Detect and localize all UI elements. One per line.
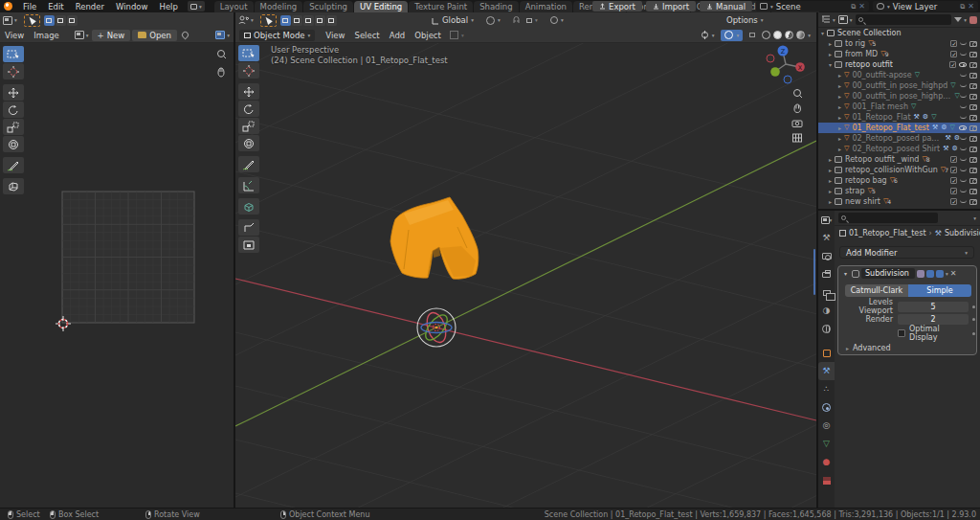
open-image-button[interactable]: Open <box>132 30 177 41</box>
outliner-row-posed-pants[interactable]: ▸▽ 02_Retopo_posed pants ⚒⚙ <box>818 133 980 144</box>
image-browse-button[interactable]: ▾ <box>72 31 92 39</box>
shading-wireframe-button[interactable] <box>762 31 770 39</box>
object-name[interactable]: 02_Retopo_posed Shirt <box>852 145 940 153</box>
new-layer-icon[interactable]: ⧉ <box>960 3 965 11</box>
camera-icon[interactable] <box>969 115 977 121</box>
vp-menu-object[interactable]: Object <box>410 31 446 40</box>
eye-closed-icon[interactable] <box>960 72 967 77</box>
checkbox-icon[interactable] <box>950 188 957 194</box>
vp-tool-annotate[interactable] <box>238 156 259 172</box>
uv-select-mode-face[interactable] <box>67 15 78 26</box>
collection-name[interactable]: retopo_collisionWithGun <box>845 166 938 174</box>
collection-name[interactable]: from MD <box>845 50 878 58</box>
tab-modeling[interactable]: Modeling <box>255 1 303 12</box>
outliner-row-posed-shirt[interactable]: ▸▽ 02_Retopo_posed Shirt ⚒⚙ <box>818 144 980 154</box>
camera-icon[interactable] <box>969 73 977 79</box>
eye-closed-icon[interactable] <box>960 156 967 161</box>
expand-icon[interactable]: ▸ <box>835 124 844 131</box>
camera-icon[interactable] <box>969 147 977 152</box>
outliner-row-flat-mesh[interactable]: ▸▽ 001_Flat mesh ▽ <box>818 102 980 112</box>
tab-tool[interactable]: ⚒ <box>818 229 835 247</box>
expand-icon[interactable]: ▸ <box>835 103 844 110</box>
uv-tool-transform[interactable] <box>3 136 24 152</box>
vp-tool-inset[interactable] <box>238 237 259 253</box>
expand-icon[interactable]: ▸ <box>826 40 835 47</box>
expand-icon[interactable]: ▸ <box>835 82 844 89</box>
scene-selector[interactable]: ▾ Scene ⧉✕ <box>756 1 869 11</box>
vp-menu-select[interactable]: Select <box>349 31 384 40</box>
uv-tool-rotate[interactable] <box>3 102 24 118</box>
select-mode-set[interactable] <box>280 15 291 26</box>
realtime-display-toggle[interactable] <box>926 270 934 278</box>
advanced-section-row[interactable]: ▸ Advanced <box>838 342 978 353</box>
eye-closed-icon[interactable] <box>960 167 967 171</box>
eye-closed-icon[interactable] <box>960 198 967 203</box>
checkbox-icon[interactable] <box>950 198 957 205</box>
axis-y-handle[interactable] <box>770 67 780 77</box>
tab-object-data[interactable]: ▽ <box>818 435 835 453</box>
uv-editor-type-button[interactable]: ▾ <box>0 16 20 25</box>
camera-view-icon[interactable] <box>792 121 802 127</box>
levels-viewport-field[interactable]: 5 <box>898 302 969 312</box>
select-mode-subtract[interactable] <box>303 15 314 26</box>
collection-name[interactable]: strap <box>845 187 865 195</box>
tab-layout[interactable]: Layout <box>214 1 254 12</box>
expand-icon[interactable]: ▸ <box>835 93 844 100</box>
eye-open-icon[interactable] <box>959 125 967 130</box>
expand-icon[interactable]: ▸ <box>826 167 835 173</box>
view-layer-selector[interactable]: ▾ View Layer ⧉✕ <box>873 1 978 11</box>
animate-dot-icon[interactable] <box>972 332 975 335</box>
pivot-point-button[interactable]: ▾ <box>482 14 504 26</box>
checkbox-icon[interactable] <box>950 51 957 57</box>
outliner-row-from-md[interactable]: ▸ from MD ▽9 <box>818 49 980 59</box>
collection-name[interactable]: retopo outfit <box>845 60 893 69</box>
menu-render[interactable]: Render <box>70 2 110 11</box>
uv-menu-view[interactable]: View <box>0 31 29 40</box>
expand-icon[interactable]: ▸ <box>826 177 835 184</box>
uv-select-mode-edge[interactable] <box>56 15 66 26</box>
eye-closed-icon[interactable] <box>960 40 967 45</box>
modifier-name-field[interactable]: Subdivision <box>861 268 915 279</box>
render-levels-field[interactable]: 2 <box>898 314 969 325</box>
shading-material-button[interactable] <box>785 31 793 39</box>
camera-icon[interactable] <box>969 83 977 89</box>
outliner-row-outfit-pose-highpd2[interactable]: ▸▽ 00_outfit_in pose_highpd2 ▽ <box>818 91 980 102</box>
axis-z-neg-handle[interactable] <box>784 76 791 83</box>
animate-dot-icon[interactable] <box>972 305 975 308</box>
uv-nav-icons[interactable] <box>214 48 230 82</box>
eye-closed-icon[interactable] <box>960 188 967 192</box>
vp-tool-add-cube[interactable] <box>238 198 259 215</box>
blender-logo-icon[interactable] <box>4 2 12 11</box>
vp-tool-extrude[interactable] <box>238 219 259 236</box>
shading-dropdown-icon[interactable]: ▾ <box>808 33 811 38</box>
uv-tool-cursor[interactable] <box>3 63 24 79</box>
origin-empty-gizmo[interactable] <box>417 308 456 347</box>
camera-icon[interactable] <box>969 168 977 173</box>
outliner-row-retopo-flat-test[interactable]: ▸▽ 01_Retopo_Flat_test ⚒⚙▽ <box>818 123 980 133</box>
object-name[interactable]: 01_Retopo_Flat_test <box>852 124 929 132</box>
outliner-row-retopo-outfit[interactable]: ▾ retopo outfit <box>818 59 980 70</box>
properties-options-icon[interactable]: ▾ <box>973 215 976 221</box>
tab-physics[interactable] <box>818 398 835 417</box>
eye-open-icon[interactable] <box>959 62 967 67</box>
menu-file[interactable]: File <box>17 2 42 11</box>
shading-solid-button[interactable] <box>773 31 782 39</box>
xray-toggle-button[interactable] <box>746 30 759 41</box>
expand-icon[interactable]: ▾ <box>826 61 835 68</box>
new-scene-icon[interactable]: ⧉ <box>851 3 856 11</box>
menu-window[interactable]: Window <box>110 2 154 11</box>
eye-closed-icon[interactable] <box>960 177 967 182</box>
checkbox-icon[interactable] <box>950 40 957 47</box>
import-button[interactable]: Import <box>646 1 696 11</box>
viewport-canvas[interactable]: Z X User Perspective (24) Scene Collecti… <box>235 43 816 508</box>
select-mode-intersect[interactable] <box>326 15 337 26</box>
animate-dot-icon[interactable] <box>972 318 975 321</box>
outliner-row-outfit-apose[interactable]: ▸▽ 00_outfit-apose ▽ <box>818 70 980 80</box>
camera-icon[interactable] <box>969 104 977 110</box>
manual-button[interactable]: Manual <box>700 1 752 11</box>
camera-icon[interactable] <box>969 136 977 142</box>
expand-icon[interactable]: ▸ <box>826 188 835 194</box>
object-name[interactable]: 00_outfit_in pose_highpd <box>852 81 947 90</box>
tab-texture-paint[interactable]: Texture Paint <box>409 1 473 12</box>
uv-tool-annotate[interactable] <box>3 157 24 173</box>
